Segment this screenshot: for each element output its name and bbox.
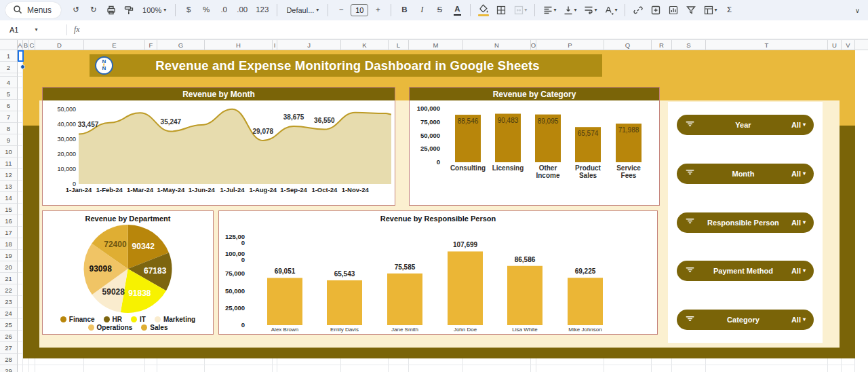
column-header-O[interactable]: O xyxy=(531,40,536,50)
paint-format-button[interactable] xyxy=(121,2,137,18)
row-header[interactable]: 2 xyxy=(0,62,18,73)
row-header[interactable]: 11 xyxy=(0,157,18,169)
revenue-by-department-chart[interactable]: Revenue by Department 903426718391838590… xyxy=(42,210,214,335)
legend-item-operations[interactable]: Operations xyxy=(88,324,133,331)
column-header-Q[interactable]: Q xyxy=(604,40,652,50)
row-header[interactable]: 25 xyxy=(0,319,18,331)
decrease-decimal-button[interactable]: .0 xyxy=(216,2,232,18)
text-rotation-button[interactable]: ▾ xyxy=(601,2,620,18)
column-header-R[interactable]: R xyxy=(652,40,672,50)
filter-value-dropdown[interactable]: All▾ xyxy=(791,316,806,324)
spreadsheet-grid[interactable]: 1245678910111213141516171819202122232425… xyxy=(0,50,868,372)
row-header[interactable]: 15 xyxy=(0,204,18,215)
revenue-by-responsible-person-chart[interactable]: Revenue by Responsible Person 025,00050,… xyxy=(218,210,658,335)
selection-handle[interactable] xyxy=(20,64,25,69)
bold-button[interactable]: B xyxy=(396,2,412,18)
filter-pill-responsible-person[interactable]: Responsible PersonAll▾ xyxy=(677,212,814,233)
row-header[interactable]: 29 xyxy=(0,365,18,372)
row-header[interactable]: 12 xyxy=(0,169,18,181)
row-header[interactable]: 22 xyxy=(0,284,18,296)
column-header-G[interactable]: G xyxy=(157,40,205,50)
font-size-input[interactable]: 10 xyxy=(351,4,368,16)
column-header-C[interactable]: C xyxy=(29,40,35,50)
row-header[interactable]: 16 xyxy=(0,215,18,227)
column-header-S[interactable]: S xyxy=(672,40,706,50)
row-header[interactable]: 9 xyxy=(0,134,18,146)
text-color-button[interactable]: A xyxy=(449,2,465,18)
row-header[interactable]: 23 xyxy=(0,296,18,308)
font-select[interactable]: Defaul...▾ xyxy=(282,2,323,18)
column-header-K[interactable]: K xyxy=(341,40,389,50)
filter-pill-month[interactable]: MonthAll▾ xyxy=(677,164,814,184)
filter-pill-payment-method[interactable]: Payment MethodAll▾ xyxy=(677,261,814,281)
row-header[interactable]: 14 xyxy=(0,192,18,204)
name-box[interactable]: A1 ▾ xyxy=(0,26,65,34)
toolbar-collapse-button[interactable]: ∨ xyxy=(855,7,863,14)
filter-value-dropdown[interactable]: All▾ xyxy=(791,170,806,178)
legend-item-finance[interactable]: Finance xyxy=(60,316,95,323)
column-header-D[interactable]: D xyxy=(35,40,84,50)
column-header-U[interactable]: U xyxy=(828,40,842,50)
column-header-N[interactable]: N xyxy=(463,40,531,50)
format-currency-button[interactable]: $ xyxy=(180,2,197,18)
italic-button[interactable]: I xyxy=(414,2,430,18)
column-header-I[interactable]: I xyxy=(273,40,277,50)
column-header-L[interactable]: L xyxy=(389,40,409,50)
strikethrough-button[interactable]: S xyxy=(431,2,448,18)
filter-pill-category[interactable]: CategoryAll▾ xyxy=(677,310,814,330)
legend-item-marketing[interactable]: Marketing xyxy=(155,316,195,323)
row-header[interactable]: 7 xyxy=(0,111,18,123)
borders-button[interactable] xyxy=(493,2,509,18)
column-header-F[interactable]: F xyxy=(145,40,157,50)
format-percent-button[interactable]: % xyxy=(198,2,214,18)
column-header-E[interactable]: E xyxy=(84,40,145,50)
decrease-font-size-button[interactable]: − xyxy=(333,2,349,18)
filter-value-dropdown[interactable]: All▾ xyxy=(791,267,806,275)
filter-pill-year[interactable]: YearAll▾ xyxy=(677,115,814,135)
horizontal-align-button[interactable]: ▾ xyxy=(540,2,559,18)
number-format-button[interactable]: 123 xyxy=(252,2,272,18)
increase-decimal-button[interactable]: .00 xyxy=(233,2,251,18)
print-button[interactable] xyxy=(103,2,119,18)
revenue-by-month-chart[interactable]: Revenue by Month 010,00020,00030,00040,0… xyxy=(42,87,395,206)
column-header-M[interactable]: M xyxy=(409,40,463,50)
row-header[interactable]: 4 xyxy=(0,77,18,88)
insert-chart-button[interactable] xyxy=(665,2,682,18)
merge-cells-button[interactable]: ▾ xyxy=(511,2,530,18)
menus-button[interactable]: Menus xyxy=(5,2,61,18)
fill-color-button[interactable] xyxy=(475,2,492,18)
row-header[interactable]: 18 xyxy=(0,238,18,250)
row-header[interactable]: 13 xyxy=(0,181,18,192)
filter-value-dropdown[interactable]: All▾ xyxy=(791,219,806,227)
create-filter-button[interactable] xyxy=(683,2,699,18)
column-header-J[interactable]: J xyxy=(277,40,341,50)
row-header[interactable]: 8 xyxy=(0,123,18,134)
corner-box[interactable] xyxy=(0,40,18,50)
redo-button[interactable]: ↻ xyxy=(85,2,102,18)
increase-font-size-button[interactable]: + xyxy=(370,2,386,18)
column-header-H[interactable]: H xyxy=(205,40,273,50)
row-header[interactable]: 24 xyxy=(0,308,18,319)
functions-button[interactable]: Σ xyxy=(721,2,737,18)
filter-value-dropdown[interactable]: All▾ xyxy=(791,121,806,129)
row-header[interactable]: 1 xyxy=(0,50,18,62)
row-header[interactable]: 6 xyxy=(0,100,18,111)
row-header[interactable]: 20 xyxy=(0,261,18,273)
table-views-button[interactable]: ▾ xyxy=(701,2,719,18)
column-header-P[interactable]: P xyxy=(536,40,604,50)
text-wrap-button[interactable]: ▾ xyxy=(580,2,599,18)
row-header[interactable]: 21 xyxy=(0,273,18,284)
row-header[interactable]: 27 xyxy=(0,342,18,354)
row-header[interactable]: 10 xyxy=(0,146,18,157)
column-header-B[interactable]: B xyxy=(23,40,29,50)
column-header-A[interactable]: A xyxy=(18,40,23,50)
legend-item-it[interactable]: IT xyxy=(131,316,146,323)
legend-item-sales[interactable]: Sales xyxy=(141,324,167,331)
legend-item-hr[interactable]: HR xyxy=(104,316,122,323)
insert-link-button[interactable] xyxy=(630,2,646,18)
zoom-select[interactable]: 100%▾ xyxy=(138,2,170,18)
row-header[interactable]: 17 xyxy=(0,227,18,238)
column-header-V[interactable]: V xyxy=(842,40,855,50)
undo-button[interactable]: ↺ xyxy=(68,2,84,18)
column-header-T[interactable]: T xyxy=(706,40,828,50)
